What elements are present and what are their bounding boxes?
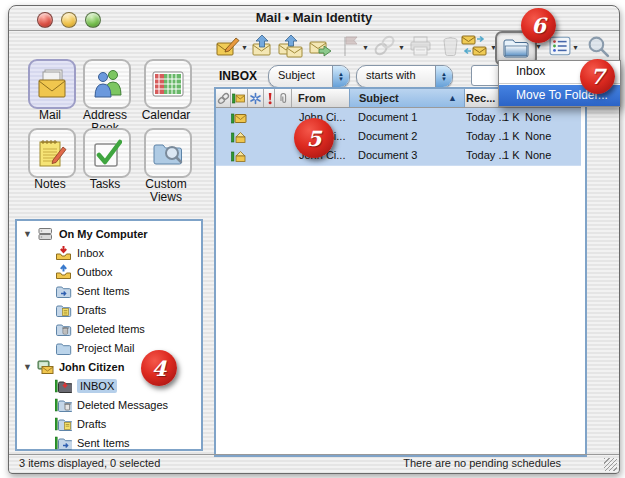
status-bar: 3 items displayed, 0 selected There are … xyxy=(9,454,619,473)
tree-item-imap-inbox[interactable]: INBOX xyxy=(17,376,201,395)
tree-item-inbox[interactable]: Inbox xyxy=(17,243,201,262)
callout-badge-5: 5 xyxy=(294,118,334,158)
nav-label-custom-views: Custom Views xyxy=(137,178,195,204)
nav-label-calendar: Calendar xyxy=(137,109,195,122)
custom-views-icon xyxy=(152,139,184,167)
compose-dropdown-arrow[interactable]: ▼ xyxy=(241,44,248,51)
attachment-column-icon[interactable] xyxy=(277,91,290,109)
reply-all-icon[interactable] xyxy=(277,32,305,60)
imap-drafts-folder-icon xyxy=(55,416,74,432)
outbox-tray-icon xyxy=(55,264,74,280)
nav-label-mail: Mail xyxy=(21,109,79,122)
calendar-icon xyxy=(152,70,184,98)
callout-badge-4: 4 xyxy=(141,350,177,386)
tree-item-sent-items[interactable]: Sent Items xyxy=(17,281,201,300)
tree-item-deleted-items[interactable]: Deleted Items xyxy=(17,319,201,338)
nav-button-custom-views[interactable] xyxy=(144,128,192,178)
sent-folder-icon xyxy=(55,283,74,299)
nav-button-notes[interactable] xyxy=(28,128,76,178)
nav-label-tasks: Tasks xyxy=(76,178,134,191)
items-displayed-status: 3 items displayed, 0 selected xyxy=(19,457,160,469)
read-envelope-icon xyxy=(231,149,247,167)
nav-button-address-book[interactable] xyxy=(83,59,131,109)
disclosure-triangle-icon[interactable]: ▼ xyxy=(23,362,35,372)
disclosure-triangle-icon[interactable]: ▼ xyxy=(23,229,35,239)
filter-field-popup[interactable]: Subject ▲▼ xyxy=(268,65,350,88)
schedules-status: There are no pending schedules xyxy=(403,457,561,469)
status-column-icon[interactable] xyxy=(232,91,246,109)
current-folder-label: INBOX xyxy=(219,69,257,83)
account-icon xyxy=(37,359,56,375)
filter-operator-popup[interactable]: starts with ▲▼ xyxy=(356,65,453,88)
mail-window: Mail • Main Identity ▼ ▼ ▼ ▼ ▼ ▼ xyxy=(8,5,620,474)
from-column-header[interactable]: From xyxy=(298,92,326,104)
notes-icon xyxy=(37,138,67,168)
tree-item-drafts[interactable]: Drafts xyxy=(17,300,201,319)
sort-ascending-icon: ▲ xyxy=(448,93,457,103)
imap-sent-folder-icon xyxy=(55,435,74,451)
message-row[interactable]: John Ci... Document 2 Today ... 1 K None xyxy=(216,127,581,147)
forward-icon[interactable] xyxy=(307,32,335,60)
mail-icon xyxy=(35,69,69,99)
nav-button-tasks[interactable] xyxy=(83,128,131,178)
move-to-folder-dropdown-arrow[interactable]: ▼ xyxy=(535,43,542,50)
message-row[interactable]: John Ci... Document 1 Today ... 1 K None xyxy=(216,108,581,128)
tree-item-on-my-computer[interactable]: ▼ On My Computer xyxy=(17,224,201,243)
print-icon[interactable] xyxy=(407,32,435,60)
link-dropdown-arrow[interactable]: ▼ xyxy=(398,44,405,51)
received-column-header[interactable]: Rec... xyxy=(466,92,495,104)
imap-deleted-folder-icon xyxy=(55,397,74,413)
tree-item-imap-drafts[interactable]: Drafts xyxy=(17,414,201,433)
nav-button-mail[interactable] xyxy=(28,59,76,109)
search-icon[interactable] xyxy=(584,32,612,60)
callout-badge-7: 7 xyxy=(580,59,615,94)
send-receive-icon[interactable] xyxy=(460,32,488,60)
imap-inbox-icon xyxy=(55,378,74,394)
flag-dropdown-arrow[interactable]: ▼ xyxy=(362,44,369,51)
flag-column-icon[interactable] xyxy=(249,91,262,109)
plain-folder-icon xyxy=(55,340,74,356)
folder-icon xyxy=(503,38,529,59)
popup-stepper-icon: ▲▼ xyxy=(435,66,452,87)
tree-item-imap-deleted-messages[interactable]: Deleted Messages xyxy=(17,395,201,414)
deleted-folder-icon xyxy=(55,321,74,337)
tree-item-project-mail[interactable]: Project Mail xyxy=(17,338,201,357)
popup-stepper-icon: ▲▼ xyxy=(332,66,349,87)
folder-tree-panel[interactable]: ▼ On My Computer Inbox Outbox Sent Items… xyxy=(15,219,203,451)
tree-item-outbox[interactable]: Outbox xyxy=(17,262,201,281)
message-row[interactable]: John Ci... Document 3 Today ... 1 K None xyxy=(216,146,581,166)
nav-button-calendar[interactable] xyxy=(144,59,192,109)
views-dropdown-arrow[interactable]: ▼ xyxy=(572,44,579,51)
nav-label-notes: Notes xyxy=(21,178,79,191)
links-column-icon[interactable] xyxy=(217,91,230,109)
resize-grip[interactable] xyxy=(604,458,617,471)
tree-item-imap-sent-items[interactable]: Sent Items xyxy=(17,433,201,452)
tasks-icon xyxy=(92,138,122,168)
link-icon[interactable] xyxy=(371,32,399,60)
message-list-panel[interactable]: From Subject ▲ Rec... John Ci... Documen… xyxy=(214,87,587,457)
address-book-icon xyxy=(92,69,122,99)
callout-badge-6: 6 xyxy=(521,8,556,43)
drafts-folder-icon xyxy=(55,302,74,318)
computer-icon xyxy=(37,226,56,242)
compose-icon[interactable] xyxy=(214,32,242,60)
inbox-tray-icon xyxy=(55,245,74,261)
flag-icon[interactable] xyxy=(337,32,365,60)
reply-icon[interactable] xyxy=(249,32,277,60)
